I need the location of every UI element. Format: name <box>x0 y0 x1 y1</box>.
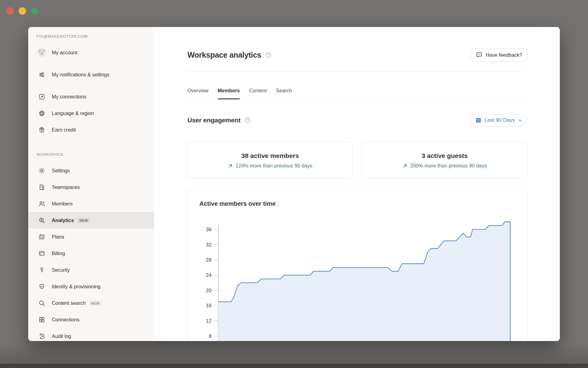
sidebar-item-label: Identity & provisioning <box>52 284 100 289</box>
help-icon[interactable] <box>265 52 272 58</box>
sidebar-item-billing[interactable]: Billing <box>28 245 154 262</box>
calendar-icon <box>475 117 482 124</box>
sidebar-item-label: Teamspaces <box>52 184 80 190</box>
stat-card-38-active-members: 38 active members124% more than previous… <box>187 142 353 179</box>
members-icon <box>37 200 46 207</box>
minimize-button[interactable] <box>19 7 26 15</box>
sidebar-item-label: My connections <box>52 94 86 100</box>
sidebar-item-identity-provisioning[interactable]: Identity & provisioning <box>28 278 154 295</box>
sidebar-item-my-notifications-settings[interactable]: My notifications & settings <box>28 61 154 88</box>
credit-card-icon <box>37 250 46 257</box>
sidebar-item-label: Billing <box>52 251 65 256</box>
sidebar-item-label: Connections <box>52 317 80 323</box>
shield-check-icon <box>37 283 46 290</box>
new-badge: NEW <box>89 301 102 306</box>
tab-content[interactable]: Content <box>249 87 267 99</box>
stat-value: 3 active guests <box>422 152 468 159</box>
tab-members[interactable]: Members <box>218 87 240 99</box>
stat-delta-text: 200% more than previous 90 days <box>410 163 487 169</box>
tab-overview[interactable]: Overview <box>187 87 209 99</box>
sidebar-item-label: Language & region <box>52 110 94 116</box>
arrow-up-right-icon <box>228 163 233 168</box>
gift-icon <box>37 126 46 133</box>
screen-bottom-strip <box>0 364 588 368</box>
sidebar-item-language-region[interactable]: Language & region <box>28 105 154 121</box>
main-content: Workspace analytics Have feedback? Overv… <box>154 27 560 341</box>
active-members-chart-card: Active members over time 363228242016128 <box>187 189 527 341</box>
close-button[interactable] <box>6 7 14 15</box>
sidebar-item-label: My account <box>52 50 77 56</box>
sidebar-item-content-search[interactable]: Content searchNEW <box>28 295 154 311</box>
svg-text:24: 24 <box>206 272 212 278</box>
svg-text:36: 36 <box>206 227 212 232</box>
zoom-button[interactable] <box>31 7 38 15</box>
sidebar-item-earn-credit[interactable]: Earn credit <box>28 121 154 138</box>
svg-text:12: 12 <box>206 318 212 324</box>
new-badge: NEW <box>77 218 90 223</box>
chart-title: Active members over time <box>199 200 276 207</box>
date-range-selector[interactable]: Last 90 Days <box>470 114 527 126</box>
grid-icon <box>37 316 46 323</box>
svg-text:20: 20 <box>206 288 212 293</box>
sidebar-item-security[interactable]: Security <box>28 262 154 278</box>
arrow-up-right-icon <box>402 163 407 168</box>
sidebar-item-connections[interactable]: Connections <box>28 311 154 328</box>
building-icon <box>37 184 46 191</box>
settings-window: FIG@MAKENOTION.COM My accountMy notifica… <box>28 27 560 341</box>
stat-delta: 124% more than previous 90 days <box>228 163 312 169</box>
sidebar-item-label: Members <box>52 201 73 207</box>
help-icon[interactable] <box>244 117 251 124</box>
sidebar-item-audit-log[interactable]: Audit log <box>28 328 154 341</box>
globe-icon <box>37 110 46 117</box>
sidebar-item-teamspaces[interactable]: Teamspaces <box>28 179 154 195</box>
sidebar-item-label: Content search <box>52 300 86 306</box>
avatar <box>37 48 46 57</box>
sidebar-item-label: My notifications & settings <box>52 69 109 80</box>
tab-search[interactable]: Search <box>276 87 292 99</box>
have-feedback-label: Have feedback? <box>486 52 522 58</box>
stat-delta-text: 124% more than previous 90 days <box>236 163 312 169</box>
analytics-tabs: OverviewMembersContentSearch <box>187 87 527 99</box>
sidebar-item-label: Audit log <box>52 333 71 339</box>
sidebar-workspace-list: SettingsTeamspacesMembersAnalyticsNEWPla… <box>28 162 154 341</box>
header-divider <box>187 71 527 71</box>
svg-text:28: 28 <box>206 257 212 263</box>
sidebar-item-members[interactable]: Members <box>28 195 154 212</box>
stat-cards: 38 active members124% more than previous… <box>187 142 527 179</box>
screen-bottom-shade <box>0 342 588 364</box>
page-title: Workspace analytics <box>187 51 261 59</box>
sidebar-item-label: Analytics <box>52 217 74 223</box>
workspace-section-label: WORKSPACE <box>36 152 154 157</box>
sidebar-item-my-account[interactable]: My account <box>28 44 154 61</box>
svg-text:32: 32 <box>206 242 212 248</box>
svg-text:8: 8 <box>209 333 211 339</box>
search-icon <box>37 300 46 307</box>
arrow-up-right-square-icon <box>37 93 46 100</box>
sidebar-item-label: Settings <box>52 168 70 174</box>
window-controls <box>6 7 38 15</box>
sidebar-item-analytics[interactable]: AnalyticsNEW <box>28 212 154 228</box>
date-range-label: Last 90 Days <box>484 117 515 123</box>
speech-bubble-icon <box>476 52 483 59</box>
sidebar-item-label: Plans <box>52 234 64 240</box>
chart-area: 363228242016128 <box>188 189 527 341</box>
sidebar-item-plans[interactable]: Plans <box>28 228 154 245</box>
stat-card-3-active-guests: 3 active guests200% more than previous 9… <box>362 142 527 179</box>
magnifier-plus-icon <box>37 217 46 224</box>
desktop-background: FIG@MAKENOTION.COM My accountMy notifica… <box>0 0 588 368</box>
svg-text:16: 16 <box>206 303 212 309</box>
have-feedback-button[interactable]: Have feedback? <box>470 48 527 62</box>
user-engagement-title: User engagement <box>187 117 240 124</box>
gear-icon <box>37 167 46 174</box>
sidebar-item-label: Security <box>52 267 70 273</box>
sliders-icon <box>37 71 46 78</box>
sidebar-item-my-connections[interactable]: My connections <box>28 88 154 105</box>
chevron-down-icon <box>518 118 522 123</box>
map-icon <box>37 233 46 240</box>
stat-value: 38 active members <box>241 152 299 159</box>
sidebar-item-settings[interactable]: Settings <box>28 162 154 179</box>
account-email: FIG@MAKENOTION.COM <box>36 34 154 39</box>
page-header: Workspace analytics Have feedback? <box>187 48 527 62</box>
scroll-icon <box>37 333 46 340</box>
sidebar-account-list: My accountMy notifications & settingsMy … <box>28 44 154 138</box>
